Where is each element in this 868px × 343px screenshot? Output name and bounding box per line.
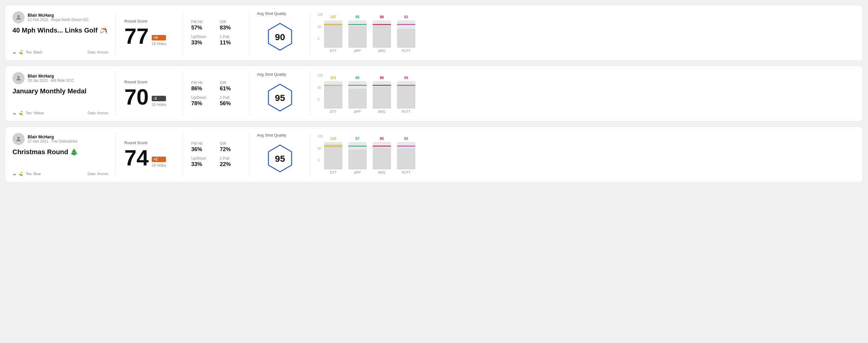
bar-line-putt	[397, 24, 415, 25]
stat-gir-label-0: GIR	[220, 20, 241, 24]
bar-label-putt: PUTT	[402, 170, 410, 174]
stat-gir-2: GIR 72%	[220, 142, 241, 153]
bag-icon: ⛳	[19, 50, 23, 55]
tee-left-1: ☁ ⛳ Tee: Yellow	[12, 111, 44, 115]
avatar-0	[12, 11, 25, 23]
bar-label-app: APP	[354, 170, 361, 174]
weather-icon: ☁	[12, 111, 16, 115]
stat-fwhit-value-2: 36%	[191, 146, 213, 153]
hexagon-2: 95	[265, 141, 295, 176]
score-number-2: 74	[124, 147, 149, 169]
svg-point-3	[17, 76, 20, 78]
stats-row-bottom-2: Up/Down 33% 1 Putt 22%	[191, 156, 241, 167]
bar-group-ott: 110 OTT	[324, 136, 342, 174]
bar-wrapper-putt	[397, 81, 415, 108]
tee-label-0: Tee: Black	[26, 50, 42, 55]
bar-wrapper-arg	[373, 142, 391, 169]
bar-fill-bg	[373, 25, 391, 48]
bar-label-putt: PUTT	[402, 110, 410, 114]
weather-icon: ☁	[12, 172, 16, 176]
stats-row-bottom-1: Up/Down 78% 1 Putt 56%	[191, 95, 241, 107]
round-title-0: 40 Mph Winds... Links Golf 🪃	[12, 27, 108, 34]
stat-oneputt-value-1: 56%	[220, 100, 241, 107]
bar-wrapper-putt	[397, 20, 415, 48]
left-section-2: Blair McHarg 27 Dec 2021 · The Oxfordshi…	[12, 133, 116, 176]
svg-text:90: 90	[275, 32, 285, 42]
weather-icon: ☁	[12, 50, 16, 55]
bar-label-arg: ARG	[378, 110, 385, 114]
bar-fill-bg	[397, 29, 415, 48]
bar-wrapper-ott	[324, 20, 342, 48]
stat-updown-2: Up/Down 33%	[191, 156, 213, 167]
stat-oneputt-2: 1 Putt 22%	[220, 156, 241, 167]
stat-fwhit-label-1: FW Hit	[191, 81, 213, 85]
stat-gir-value-0: 83%	[220, 25, 241, 31]
bar-value-app: 87	[355, 136, 359, 141]
user-info-2: Blair McHarg 27 Dec 2021 · The Oxfordshi…	[12, 133, 108, 145]
hexagon-1: 95	[265, 80, 295, 115]
stat-oneputt-1: 1 Putt 56%	[220, 95, 241, 107]
bar-label-ott: OTT	[330, 49, 337, 53]
bar-wrapper-arg	[373, 81, 391, 108]
bar-fill-bg	[373, 148, 391, 169]
stat-fwhit-1: FW Hit 86%	[191, 81, 213, 92]
quality-section-0: Avg Shot Quality 90	[250, 11, 310, 55]
bar-label-ott: OTT	[330, 170, 337, 174]
stat-updown-label-2: Up/Down	[191, 156, 213, 161]
score-row-2: 74 +2 18 Holes	[124, 147, 174, 169]
stat-fwhit-0: FW Hit 57%	[191, 20, 213, 31]
bag-icon: ⛳	[19, 172, 23, 176]
score-row-0: 77 +5 18 Holes	[124, 25, 174, 47]
tee-label-1: Tee: Yellow	[26, 111, 44, 115]
bar-group-putt: 93 PUTT	[397, 136, 415, 174]
stat-updown-value-0: 33%	[191, 39, 213, 46]
score-holes-1: 18 Holes	[152, 102, 166, 107]
user-date-2: 27 Dec 2021 · The Oxfordshire	[28, 139, 78, 144]
stat-gir-value-2: 72%	[220, 146, 241, 153]
quality-section-1: Avg Shot Quality 95	[250, 72, 310, 115]
user-info-0: Blair McHarg 12 Feb 2022 · Royal North D…	[12, 11, 108, 23]
score-detail-2: +2 18 Holes	[152, 157, 166, 169]
bar-group-app: 95 APP	[348, 15, 367, 53]
stat-gir-label-2: GIR	[220, 142, 241, 146]
user-name-2: Blair McHarg	[28, 134, 78, 139]
stats-section-1: FW Hit 86% GIR 61% Up/Down 78% 1 Putt 56…	[183, 72, 250, 115]
score-number-0: 77	[124, 25, 149, 47]
bar-line-app	[348, 24, 367, 25]
bar-value-app: 95	[355, 15, 359, 19]
bar-wrapper-app	[348, 142, 367, 169]
stat-fwhit-value-1: 86%	[191, 86, 213, 92]
bar-line-app	[348, 146, 367, 147]
bar-line-putt	[397, 146, 415, 147]
score-section-1: Round Score 70 -2 18 Holes	[116, 72, 183, 115]
user-icon	[15, 136, 22, 142]
bar-group-putt: 99 PUTT	[397, 76, 415, 114]
left-section-1: Blair McHarg 29 Jan 2022 · Mill Ride GCC…	[12, 72, 116, 115]
bar-fill-bg	[324, 144, 342, 169]
bar-wrapper-ott	[324, 142, 342, 169]
round-card-2: Blair McHarg 27 Dec 2021 · The Oxfordshi…	[5, 126, 863, 182]
user-date-1: 29 Jan 2022 · Mill Ride GCC	[28, 79, 74, 83]
tee-left-0: ☁ ⛳ Tee: Black	[12, 50, 42, 55]
score-badge-1: -2	[152, 96, 166, 101]
data-source-0: Data: Arccos	[88, 50, 108, 55]
stat-fwhit-label-0: FW Hit	[191, 20, 213, 24]
bar-group-arg: 96 ARG	[373, 76, 391, 114]
bar-label-app: APP	[354, 110, 361, 114]
score-section-2: Round Score 74 +2 18 Holes	[116, 133, 183, 176]
bar-line-ott	[324, 146, 342, 147]
bar-label-ott: OTT	[330, 110, 337, 114]
stats-row-top-2: FW Hit 36% GIR 72%	[191, 142, 241, 153]
bar-group-ott: 107 OTT	[324, 15, 342, 53]
bar-fill-bg	[373, 87, 391, 108]
bar-fill-bg	[397, 86, 415, 108]
user-name-1: Blair McHarg	[28, 73, 74, 79]
bar-label-arg: ARG	[378, 49, 385, 53]
bag-icon: ⛳	[19, 111, 23, 115]
tee-label-2: Tee: Blue	[26, 172, 41, 176]
bar-value-putt: 99	[404, 76, 408, 80]
user-date-0: 12 Feb 2022 · Royal North Devon GC	[28, 18, 89, 22]
user-text-1: Blair McHarg 29 Jan 2022 · Mill Ride GCC	[28, 73, 74, 83]
bar-fill-bg	[348, 150, 367, 169]
tee-info-2: ☁ ⛳ Tee: Blue Data: Arccos	[12, 172, 108, 176]
